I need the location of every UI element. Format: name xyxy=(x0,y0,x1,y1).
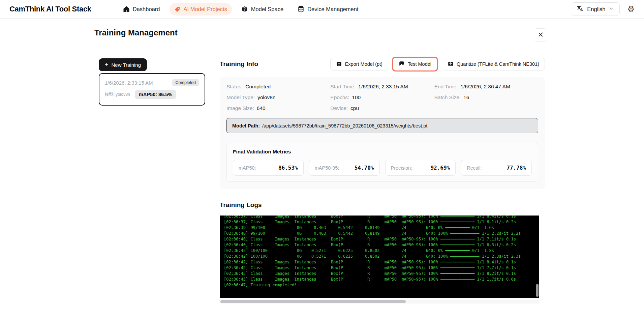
export-model-label: Export Model (pt) xyxy=(345,61,382,67)
download-icon xyxy=(336,61,342,68)
settings-gear-icon[interactable]: ⚙ xyxy=(627,5,635,13)
training-info-header: Training Info Export Model (pt) Test Mod… xyxy=(220,57,545,71)
terminal-pre: [02:36:37] Class Images Instances Box(P … xyxy=(220,216,539,288)
training-logs-title: Training Logs xyxy=(220,201,262,209)
field-image-size: Image Size:640 xyxy=(226,105,330,111)
terminal-horizontal-scrollbar-thumb[interactable] xyxy=(220,300,406,303)
nav-item-model-space[interactable]: Model Space xyxy=(237,3,288,16)
close-button[interactable] xyxy=(534,28,547,42)
chevron-down-icon xyxy=(609,6,614,12)
close-icon xyxy=(538,32,544,38)
training-info-title: Training Info xyxy=(220,60,258,68)
metrics-title: Final Validation Metrics xyxy=(233,149,532,155)
nav-label: Model Space xyxy=(251,6,283,12)
quantize-button[interactable]: Quantize (TFLite & CamThink NE301) xyxy=(442,58,545,70)
svg-text:A: A xyxy=(580,8,583,12)
field-start-time: Start Time:1/6/2026, 2:33:15 AM xyxy=(330,84,434,90)
field-epochs: Epochs:100 xyxy=(330,94,434,101)
section-divider xyxy=(220,198,545,198)
status-badge: Completed xyxy=(172,79,199,86)
export-model-button[interactable]: Export Model (pt) xyxy=(330,58,388,70)
main-nav: Dashboard AI Model Projects Model Space … xyxy=(118,3,363,16)
language-label: English xyxy=(587,6,605,12)
terminal-horizontal-scrollbar-track[interactable] xyxy=(220,300,540,304)
nav-item-dashboard[interactable]: Dashboard xyxy=(118,3,165,16)
field-model-type: Model Type:yolov8n xyxy=(226,94,330,101)
field-status: Status:Completed xyxy=(226,84,330,90)
metric-precision: Precision:92.69% xyxy=(385,160,456,176)
model-path-label: Model Path: xyxy=(232,123,260,128)
nav-label: Device Management xyxy=(307,6,358,12)
training-run-item[interactable]: 1/6/2026, 2:33:15 AM Completed 模型: yolov… xyxy=(99,73,205,106)
top-nav-bar: CamThink AI Tool Stack Dashboard AI Mode… xyxy=(0,0,644,19)
metric-recall: Recall:77.78% xyxy=(461,160,532,176)
terminal-vertical-scrollbar[interactable] xyxy=(536,284,539,297)
plus-icon: + xyxy=(105,62,109,68)
tag-icon xyxy=(174,6,181,12)
training-run-model: 模型: yolov8n xyxy=(105,92,130,97)
download-icon xyxy=(448,61,454,68)
nav-label: Dashboard xyxy=(133,6,160,12)
training-logs-terminal[interactable]: [02:36:37] Class Images Instances Box(P … xyxy=(220,216,539,298)
image-icon xyxy=(399,61,405,68)
quantize-label: Quantize (TFLite & CamThink NE301) xyxy=(457,61,539,67)
field-device: Device:cpu xyxy=(330,105,434,111)
model-path-value: /app/datasets/598772bb/train_598772bb_20… xyxy=(262,123,427,128)
field-batch-size: Batch Size:16 xyxy=(434,94,538,101)
metric-map50-95: mAP50-95:54.70% xyxy=(309,160,380,176)
box-icon xyxy=(241,6,248,12)
new-training-button[interactable]: + New Training xyxy=(99,58,147,71)
test-model-label: Test Model xyxy=(408,61,431,67)
language-selector[interactable]: A English xyxy=(571,2,620,16)
map50-badge: mAP50: 86.5% xyxy=(135,90,176,99)
training-fields: Status:Completed Start Time:1/6/2026, 2:… xyxy=(226,84,538,111)
final-validation-metrics: Final Validation Metrics mAP50:86.53% mA… xyxy=(226,143,538,182)
training-management-page: CamThink AI Tool Stack Dashboard AI Mode… xyxy=(0,0,644,315)
training-info-panel: Status:Completed Start Time:1/6/2026, 2:… xyxy=(220,77,545,189)
app-logo: CamThink AI Tool Stack xyxy=(9,5,91,13)
field-end-time: End Time:1/6/2026, 2:36:47 AM xyxy=(434,84,538,90)
nav-item-device-management[interactable]: Device Management xyxy=(293,3,363,16)
metric-map50: mAP50:86.53% xyxy=(233,160,304,176)
training-run-timestamp: 1/6/2026, 2:33:15 AM xyxy=(105,80,153,86)
home-icon xyxy=(123,6,130,12)
database-icon xyxy=(298,6,304,12)
topbar-right: A English ⚙ xyxy=(571,2,635,16)
translate-icon: A xyxy=(577,5,584,13)
new-training-label: New Training xyxy=(112,62,141,68)
nav-item-ai-model-projects[interactable]: AI Model Projects xyxy=(170,3,232,16)
nav-label: AI Model Projects xyxy=(184,6,227,12)
page-title: Training Management xyxy=(94,28,178,37)
model-path-bar: Model Path: /app/datasets/598772bb/train… xyxy=(226,118,538,133)
test-model-button[interactable]: Test Model xyxy=(393,58,437,70)
